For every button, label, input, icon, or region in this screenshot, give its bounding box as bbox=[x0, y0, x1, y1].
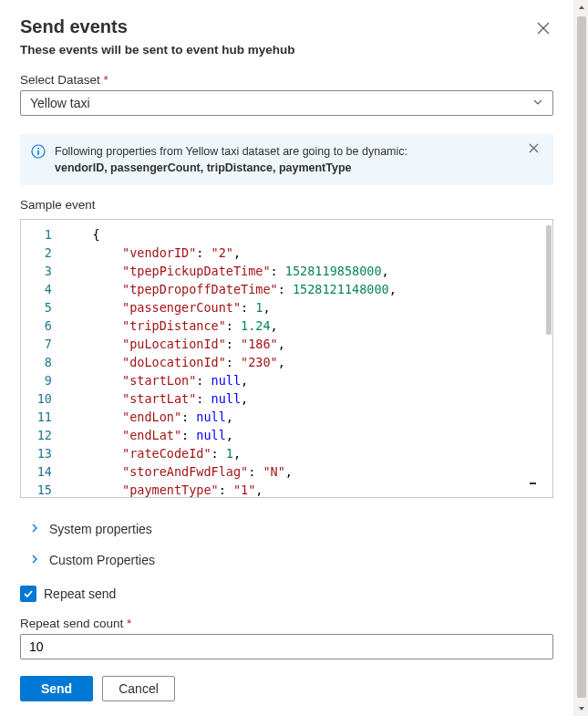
panel-scrollbar[interactable] bbox=[573, 0, 588, 716]
info-message: Following properties from Yellow taxi da… bbox=[20, 134, 553, 185]
repeat-count-input[interactable] bbox=[20, 634, 553, 659]
send-button[interactable]: Send bbox=[20, 676, 93, 701]
sample-event-label: Sample event bbox=[20, 198, 553, 212]
dataset-label: Select Dataset * bbox=[20, 73, 553, 87]
scrollbar-thumb[interactable] bbox=[577, 16, 586, 698]
repeat-send-label: Repeat send bbox=[44, 586, 116, 601]
editor-scrollbar-thumb[interactable] bbox=[546, 225, 552, 335]
chevron-right-icon bbox=[29, 522, 40, 536]
svg-rect-2 bbox=[37, 150, 39, 155]
code-content[interactable]: { "vendorID": "2", "tpepPickupDateTime":… bbox=[63, 225, 552, 498]
editor-cursor bbox=[530, 483, 536, 484]
close-icon[interactable] bbox=[533, 18, 553, 41]
system-properties-label: System properties bbox=[49, 522, 152, 536]
dataset-value: Yellow taxi bbox=[30, 96, 90, 110]
chevron-right-icon bbox=[29, 553, 40, 567]
custom-properties-toggle[interactable]: Custom Properties bbox=[20, 549, 553, 580]
cancel-button[interactable]: Cancel bbox=[102, 676, 175, 701]
svg-point-1 bbox=[37, 148, 39, 150]
custom-properties-label: Custom Properties bbox=[49, 553, 155, 567]
panel-subtitle: These events will be sent to event hub m… bbox=[20, 43, 553, 57]
repeat-count-label: Repeat send count * bbox=[20, 617, 553, 630]
info-icon bbox=[31, 144, 46, 161]
scroll-up-icon[interactable] bbox=[574, 0, 588, 15]
sample-event-editor[interactable]: 12345678910111213141516 { "vendorID": "2… bbox=[20, 219, 553, 498]
repeat-send-checkbox[interactable] bbox=[20, 586, 36, 602]
scroll-down-icon[interactable] bbox=[574, 701, 588, 716]
system-properties-toggle[interactable]: System properties bbox=[20, 518, 553, 549]
info-close-icon[interactable] bbox=[525, 143, 542, 155]
chevron-down-icon bbox=[532, 96, 543, 110]
panel-title: Send events bbox=[20, 16, 128, 37]
code-gutter: 12345678910111213141516 bbox=[21, 220, 63, 497]
info-text-prefix: Following properties from Yellow taxi da… bbox=[55, 145, 407, 158]
info-dynamic-props: vendorID, passengerCount, tripDistance, … bbox=[55, 161, 352, 174]
dataset-select[interactable]: Yellow taxi bbox=[20, 90, 553, 116]
